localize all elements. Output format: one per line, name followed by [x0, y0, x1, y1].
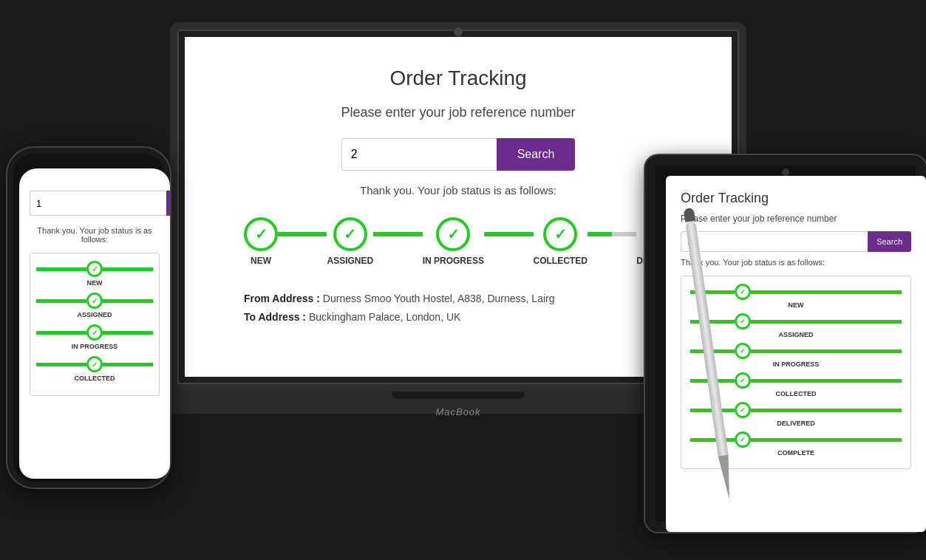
phone-screen: Search Thank you. Your job status is as …	[19, 168, 170, 479]
tablet-bar-right-assigned	[751, 320, 902, 324]
step-label-assigned: ASSIGNED	[327, 256, 373, 266]
tablet-label-collected: COLLECTED	[776, 390, 817, 397]
tablet-check-new: ✓	[740, 288, 746, 296]
step-line-4	[588, 232, 636, 236]
laptop-search-input[interactable]	[341, 138, 497, 171]
tablet-notch	[782, 168, 789, 176]
phone-bar-left-inprogress	[36, 331, 86, 335]
tablet-label-inprogress: IN PROGRESS	[773, 361, 820, 368]
phone-step-collected: ✓ COLLECTED	[36, 356, 153, 382]
tablet-bar-right-inprogress	[751, 349, 902, 353]
tablet-circle-delivered: ✓	[735, 402, 751, 418]
phone-circle-collected: ✓	[86, 356, 103, 372]
phone-search-row: Search	[30, 191, 160, 216]
tablet-bar-right-complete	[751, 438, 902, 442]
phone-circle-inprogress: ✓	[86, 324, 103, 341]
laptop-page-subtitle: Please enter your job reference number	[229, 105, 687, 120]
phone-circle-assigned: ✓	[86, 293, 103, 309]
tablet-step-new: ✓ NEW	[690, 284, 902, 309]
step-line-1	[278, 232, 327, 236]
step-check-assigned: ✓	[344, 225, 356, 243]
phone-label-collected: COLLECTED	[75, 375, 115, 382]
tablet-circle-assigned: ✓	[735, 313, 751, 329]
tablet-circle-new: ✓	[735, 284, 751, 300]
tablet-label-new: NEW	[789, 301, 804, 309]
step-check-new: ✓	[255, 225, 268, 243]
phone-bar-left-new	[36, 267, 86, 271]
to-label: To Address :	[244, 311, 306, 323]
phone-bar-right-inprogress	[103, 331, 153, 335]
tablet-label-assigned: ASSIGNED	[778, 331, 813, 338]
tablet-check-complete: ✓	[740, 436, 746, 443]
to-address-row: To Address : Buckingham Palace, London, …	[244, 308, 687, 327]
tablet-step-inprogress: ✓ IN PROGRESS	[690, 343, 902, 368]
laptop-base-bar	[392, 392, 525, 399]
phone-step-inprogress: ✓ IN PROGRESS	[36, 324, 153, 350]
laptop-search-button[interactable]: Search	[497, 138, 576, 171]
phone-label-new: NEW	[87, 279, 103, 287]
to-value: Buckingham Palace, London, UK	[309, 311, 460, 323]
step-label-collected: COLLECTED	[534, 256, 588, 266]
step-check-collected: ✓	[554, 225, 567, 243]
phone-bar-right-collected	[103, 363, 153, 366]
phone-check-assigned: ✓	[92, 297, 98, 305]
laptop-camera	[454, 27, 463, 36]
tablet-label-delivered: DELIVERED	[777, 420, 815, 427]
step-inprogress: ✓ IN PROGRESS	[423, 217, 484, 266]
phone-bar-left-assigned	[36, 299, 86, 303]
step-circle-collected: ✓	[543, 217, 577, 251]
laptop-status-text: Thank you. Your job status is as follows…	[229, 184, 687, 197]
step-assigned: ✓ ASSIGNED	[327, 217, 373, 266]
from-label: From Address :	[244, 293, 320, 304]
tablet-circle-collected: ✓	[735, 372, 751, 389]
tablet-bar-right-new	[751, 290, 902, 294]
phone-check-new: ✓	[92, 265, 98, 273]
phone-check-inprogress: ✓	[92, 329, 98, 337]
phone-bar-right-new	[103, 267, 153, 271]
phone-label-assigned: ASSIGNED	[77, 311, 112, 318]
phone-search-button[interactable]: Search	[166, 191, 170, 216]
phone-step-assigned: ✓ ASSIGNED	[36, 293, 153, 318]
phone-circle-new: ✓	[86, 261, 103, 277]
step-check-inprogress: ✓	[447, 225, 460, 243]
laptop-brand-label: MacBook	[435, 406, 480, 417]
phone-device: Search Thank you. Your job status is as …	[7, 148, 170, 488]
tablet-search-button[interactable]: Search	[868, 231, 911, 252]
step-circle-inprogress: ✓	[436, 217, 470, 251]
tablet-search-input[interactable]	[681, 231, 868, 252]
step-circle-new: ✓	[244, 217, 278, 251]
tablet-page-title: Order Tracking	[681, 191, 911, 206]
tablet-page-subtitle: Please enter your job reference number	[681, 214, 911, 224]
phone-bar-left-collected	[36, 363, 86, 366]
phone-label-inprogress: IN PROGRESS	[72, 343, 118, 350]
laptop-page-title: Order Tracking	[229, 66, 687, 90]
step-label-new: NEW	[251, 256, 271, 266]
phone-bar-right-assigned	[103, 299, 153, 303]
step-line-2	[373, 232, 422, 236]
phone-status-text: Thank you. Your job status is as follows…	[30, 226, 160, 244]
phone-search-input[interactable]	[30, 191, 166, 216]
laptop-address-section: From Address : Durness Smoo Youth Hostel…	[229, 290, 687, 327]
tablet-label-complete: COMPLETE	[777, 449, 814, 457]
phone-step-new: ✓ NEW	[36, 261, 153, 287]
laptop-steps-row: ✓ NEW ✓ ASSIGNED	[229, 217, 687, 266]
phone-steps-box: ✓ NEW ✓	[30, 253, 160, 396]
phone-frame: Search Thank you. Your job status is as …	[7, 148, 170, 488]
from-address-row: From Address : Durness Smoo Youth Hostel…	[244, 290, 687, 308]
from-value: Durness Smoo Youth Hostel, A838, Durness…	[323, 293, 555, 304]
phone-notch	[67, 154, 111, 168]
step-label-inprogress: IN PROGRESS	[423, 256, 484, 266]
stylus-top	[684, 208, 695, 222]
tablet-check-delivered: ✓	[740, 406, 746, 414]
step-line-3	[484, 232, 533, 236]
step-new: ✓ NEW	[244, 217, 278, 266]
step-collected: ✓ COLLECTED	[534, 217, 588, 266]
tablet-bar-right-collected	[751, 379, 902, 383]
tablet-circle-complete: ✓	[735, 431, 751, 448]
step-circle-assigned: ✓	[333, 217, 367, 251]
tablet-check-collected: ✓	[740, 377, 746, 384]
tablet-check-inprogress: ✓	[740, 347, 746, 355]
tablet-check-assigned: ✓	[740, 318, 746, 325]
laptop-search-row: Search	[229, 138, 687, 171]
tablet-search-row: Search	[681, 231, 911, 252]
